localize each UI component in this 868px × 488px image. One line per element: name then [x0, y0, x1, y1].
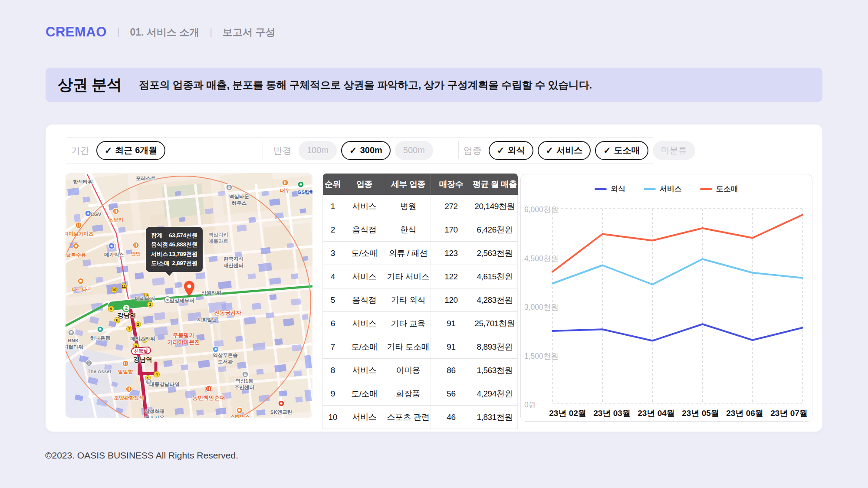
- report-card: 기간 ✓최근 6개월 반경 100m✓300m500m 업종 ✓외식✓서비스✓도…: [46, 124, 822, 432]
- table-row: 8서비스이미용861,563천원: [323, 359, 518, 382]
- filter-label-category: 업종: [464, 144, 482, 157]
- map-label: GS칼텍스: [297, 189, 312, 196]
- table-row: 10서비스스포츠 관련461,831천원: [323, 406, 518, 429]
- map-label: 조양관한정식: [114, 395, 144, 401]
- table-row: 3도/소매의류 / 패션1232,563천원: [323, 242, 518, 265]
- col-header: 업종: [343, 174, 386, 195]
- map-label: The Asset: [88, 368, 112, 375]
- map-label: 땀땀: [131, 251, 141, 257]
- map-label: CGV: [91, 211, 102, 218]
- breadcrumb-separator: |: [210, 26, 212, 38]
- filter-chip-100m[interactable]: 100m: [299, 141, 337, 160]
- sales-trend-chart: 외식서비스도소매 6,000천원4,500천원3,000천원1,500천원0원2…: [520, 174, 812, 422]
- filter-group-radius: 반경 100m✓300m500m: [273, 137, 433, 164]
- legend-item-도소매: 도소매: [700, 184, 738, 194]
- map-label: 한석타워: [73, 179, 93, 185]
- table-row: 9도/소매화장품564,294천원: [323, 382, 518, 406]
- y-tick: 6,000천원: [524, 204, 559, 215]
- col-header: 평균 월 매출: [472, 174, 518, 195]
- filter-chip-300m[interactable]: ✓300m: [341, 141, 391, 160]
- map-sales-tooltip: 합계63,574천원음식점46,888천원서비스13,789천원도/소매2,89…: [146, 227, 203, 272]
- map-label: 하나은행: [90, 335, 110, 341]
- map-label: BNK 지털타워: [66, 337, 83, 350]
- map-label: 지희빌딩: [197, 317, 217, 323]
- map-label: 대륭강남타워: [150, 381, 180, 388]
- map-label: 메리타워: [135, 295, 155, 302]
- series-서비스: [552, 259, 802, 285]
- x-tick: 23년 06월: [726, 408, 763, 419]
- x-tick: 23년 04월: [638, 408, 675, 419]
- map-label: 메가박스: [104, 252, 124, 258]
- map-label: 소보키: [108, 217, 124, 223]
- table-row: 4서비스기타 서비스1224,615천원: [323, 265, 518, 288]
- x-tick: 23년 02월: [549, 408, 586, 419]
- breadcrumb-section: 01. 서비스 소개: [130, 26, 200, 39]
- filter-chip-500m[interactable]: 500m: [395, 141, 433, 160]
- map-label: 파이브가이즈: [66, 231, 94, 237]
- ranking-table: 순위업종세부 업종매장수평균 월 매출 1서비스병원27220,149천원2음식…: [322, 174, 511, 429]
- map-label: 메리츠타워: [130, 336, 155, 342]
- x-tick: 23년 05월: [682, 408, 719, 419]
- filter-chip-외식[interactable]: ✓외식: [489, 141, 533, 160]
- filter-chip-서비스[interactable]: ✓서비스: [538, 141, 591, 160]
- copyright: ©2023. OASIS BUSINESS All Rights Reserve…: [45, 450, 238, 461]
- col-header: 순위: [323, 174, 343, 195]
- map-label: 역삼타운 하우스: [229, 193, 249, 206]
- table-row: 6서비스기타 교육9125,701천원: [323, 312, 518, 335]
- map-label: 우동명가 기리야마본진: [168, 332, 200, 346]
- breadcrumb-page: 보고서 구성: [223, 26, 275, 39]
- map-label: 삼성세무서: [169, 298, 194, 304]
- filter-group-period: 기간 ✓최근 6개월: [71, 137, 165, 164]
- page-header: CREMAO | 01. 서비스 소개 | 보고서 구성: [46, 23, 275, 42]
- map-label: 다르타르: [72, 286, 92, 293]
- filter-label-radius: 반경: [273, 144, 292, 157]
- x-tick: 23년 07월: [770, 408, 808, 419]
- map-labels: 한석타워포레스트대우GS칼텍스역삼타운 하우스CGV소보키파이브가이즈금복주류메…: [66, 173, 312, 418]
- chart-legend: 외식서비스도소매: [521, 184, 812, 194]
- map-label: 역삼푸른솔 도서관: [213, 352, 238, 365]
- filter-divider-bottom: [66, 164, 654, 164]
- map-label: 삼원타워: [201, 290, 221, 296]
- filter-label-period: 기간: [71, 144, 89, 157]
- x-tick: 23년 03월: [593, 408, 631, 419]
- filter-chip-미분류[interactable]: 미분류: [653, 141, 695, 160]
- table-row: 7도/소매기타 도소매918,893천원: [323, 335, 518, 359]
- y-tick: 4,500천원: [524, 253, 559, 264]
- col-header: 세부 업종: [386, 174, 431, 195]
- map-label: 스타벅스: [230, 414, 250, 418]
- chart-plot: [521, 174, 812, 421]
- filter-group-category: 업종 ✓외식✓서비스✓도소매미분류: [464, 137, 695, 164]
- map-label: 한국지식 재산센터: [224, 256, 243, 269]
- map-label: 포레스트: [136, 175, 156, 182]
- map-label: 강남역: [133, 356, 152, 364]
- filter-group-divider: [263, 141, 263, 159]
- filter-chip-도소매[interactable]: ✓도소매: [595, 141, 648, 160]
- y-tick: 0원: [524, 400, 536, 410]
- section-banner: 상권 분석 점포의 업종과 매출, 분포를 통해 구체적으로 상권을 파악하고,…: [46, 68, 822, 102]
- series-외식: [552, 324, 802, 341]
- breadcrumb-separator: |: [117, 26, 120, 38]
- map-label: 역삼1동 주민센터: [234, 378, 254, 391]
- table-row: 5음식점기타 외식1204,283천원: [323, 288, 518, 312]
- series-도소매: [552, 215, 802, 272]
- map-label: 역삼럭키 에클라트: [208, 232, 228, 245]
- filter-chip-최근 6개월[interactable]: ✓최근 6개월: [96, 141, 165, 160]
- map-label: 신동궁감자: [214, 309, 242, 316]
- banner-title: 상권 분석: [58, 75, 122, 95]
- col-header: 매장수: [431, 174, 472, 195]
- map-label: 삼성화재 서초사옥: [145, 408, 164, 418]
- map-label: 강남역: [117, 311, 136, 320]
- y-tick: 3,000천원: [524, 302, 559, 312]
- commercial-district-map[interactable]: 1011121982736542신분당 한석타워포레스트대우GS칼텍스역삼타운 …: [66, 173, 312, 418]
- map-label: SK엔크린: [270, 409, 292, 416]
- table-row: 2음식점한식1706,426천원: [323, 218, 518, 242]
- legend-item-서비스: 서비스: [644, 184, 682, 194]
- cremao-logo: CREMAO: [46, 24, 107, 40]
- map-label: 일일향: [118, 369, 133, 375]
- legend-item-외식: 외식: [595, 184, 625, 194]
- map-label: 대우: [280, 187, 290, 194]
- filter-group-divider: [458, 141, 459, 159]
- banner-description: 점포의 업종과 매출, 분포를 통해 구체적으로 상권을 파악하고, 상가 구성…: [139, 78, 592, 92]
- map-label: 농민백암순대: [193, 394, 225, 401]
- y-tick: 1,500천원: [524, 351, 559, 361]
